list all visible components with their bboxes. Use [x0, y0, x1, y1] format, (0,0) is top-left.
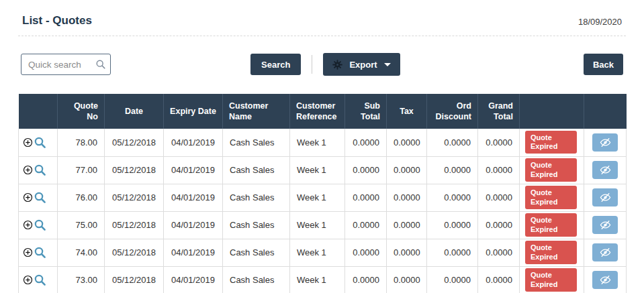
export-button-label: Export [349, 60, 377, 70]
date-cell: 05/12/2018 [105, 129, 164, 156]
date-cell: 05/12/2018 [105, 239, 164, 266]
status-badge: Quote Expired [525, 131, 577, 154]
magnifier-icon[interactable] [34, 246, 46, 259]
circle-plus-icon[interactable] [23, 220, 33, 230]
tax-cell: 0.0000 [387, 211, 427, 239]
status-cell: Quote Expired [520, 184, 584, 211]
tax-cell: 0.0000 [387, 239, 427, 266]
column-header: Ord Discount [427, 94, 478, 129]
table-row: 78.00 05/12/2018 04/01/2019 Cash Sales W… [19, 129, 627, 156]
toolbar-actions: Search [250, 53, 400, 76]
column-header: Sub Total [345, 94, 387, 129]
circle-plus-icon[interactable] [23, 275, 33, 285]
table-body: 78.00 05/12/2018 04/01/2019 Cash Sales W… [19, 129, 627, 293]
view-cell [584, 129, 627, 156]
tax-cell: 0.0000 [387, 129, 427, 156]
sub-total-cell: 0.0000 [345, 184, 387, 211]
ord-discount-cell: 0.0000 [427, 156, 478, 184]
grand-total-cell: 0.0000 [478, 156, 520, 184]
ord-discount-cell: 0.0000 [427, 211, 478, 239]
view-button[interactable] [592, 188, 618, 207]
circle-plus-icon[interactable] [23, 137, 33, 148]
view-button[interactable] [592, 271, 618, 289]
date-cell: 05/12/2018 [105, 184, 164, 211]
search-input[interactable] [21, 54, 111, 75]
column-header [584, 94, 627, 129]
quote-no-cell: 76.00 [58, 184, 105, 211]
expiry-date-cell: 04/01/2019 [164, 211, 223, 239]
status-badge: Quote Expired [525, 158, 577, 181]
quotes-list-page: List - Quotes 18/09/2020 Search [0, 0, 644, 293]
tax-cell: 0.0000 [387, 266, 427, 293]
customer-name-cell: Cash Sales [223, 156, 290, 184]
view-cell [584, 211, 627, 239]
tax-cell: 0.0000 [387, 184, 427, 211]
view-button[interactable] [592, 243, 618, 261]
quick-search [21, 54, 111, 75]
ord-discount-cell: 0.0000 [427, 184, 478, 211]
page-title: List - Quotes [22, 14, 92, 27]
magnifier-icon[interactable] [34, 274, 46, 286]
customer-reference-cell: Week 1 [290, 211, 345, 239]
circle-plus-icon[interactable] [23, 165, 33, 175]
table-row: 73.00 05/12/2018 04/01/2019 Cash Sales W… [19, 266, 627, 293]
circle-plus-icon[interactable] [23, 247, 33, 257]
ord-discount-cell: 0.0000 [427, 239, 478, 266]
view-button[interactable] [592, 133, 618, 152]
status-cell: Quote Expired [520, 156, 584, 184]
customer-reference-cell: Week 1 [290, 184, 345, 211]
status-cell: Quote Expired [520, 266, 584, 293]
back-button[interactable]: Back [584, 54, 623, 75]
status-cell: Quote Expired [520, 211, 584, 239]
magnifier-icon[interactable] [34, 191, 46, 204]
view-button[interactable] [592, 161, 618, 179]
grand-total-cell: 0.0000 [478, 266, 520, 293]
page-date: 18/09/2020 [578, 17, 622, 27]
column-header [520, 94, 584, 129]
view-cell [584, 184, 627, 211]
row-actions-cell [19, 156, 58, 184]
customer-reference-cell: Week 1 [290, 266, 345, 293]
date-cell: 05/12/2018 [105, 156, 164, 184]
status-cell: Quote Expired [520, 129, 584, 156]
column-header: Tax [387, 94, 427, 129]
quote-no-cell: 75.00 [58, 211, 105, 239]
grand-total-cell: 0.0000 [478, 129, 520, 156]
magnifier-icon[interactable] [34, 219, 46, 231]
column-header [19, 94, 58, 129]
sub-total-cell: 0.0000 [345, 156, 387, 184]
customer-reference-cell: Week 1 [290, 129, 345, 156]
view-button[interactable] [592, 216, 618, 234]
table-row: 76.00 05/12/2018 04/01/2019 Cash Sales W… [19, 184, 627, 211]
row-actions-cell [19, 266, 58, 293]
column-header: Quote No [58, 94, 105, 129]
view-cell [584, 266, 627, 293]
column-header: Customer Reference [290, 94, 345, 129]
sub-total-cell: 0.0000 [345, 239, 387, 266]
column-header: Grand Total [478, 94, 520, 129]
column-header: Date [105, 94, 164, 129]
status-badge: Quote Expired [525, 186, 577, 209]
eye-slash-icon [600, 219, 611, 231]
magnifier-icon[interactable] [34, 136, 46, 149]
customer-reference-cell: Week 1 [290, 239, 345, 266]
export-button[interactable]: Export [323, 53, 400, 76]
tax-cell: 0.0000 [387, 156, 427, 184]
table-header-row: Quote NoDateExpiry DateCustomer NameCust… [19, 94, 627, 129]
column-header: Customer Name [223, 94, 290, 129]
magnifier-icon[interactable] [34, 164, 46, 176]
customer-name-cell: Cash Sales [223, 239, 290, 266]
circle-plus-icon[interactable] [23, 192, 33, 202]
column-header: Expiry Date [164, 94, 223, 129]
grand-total-cell: 0.0000 [478, 239, 520, 266]
eye-slash-icon [600, 247, 611, 258]
page-header: List - Quotes 18/09/2020 [18, 0, 626, 36]
eye-slash-icon [600, 137, 611, 148]
expiry-date-cell: 04/01/2019 [164, 239, 223, 266]
gear-icon [332, 60, 342, 70]
expiry-date-cell: 04/01/2019 [164, 156, 223, 184]
expiry-date-cell: 04/01/2019 [164, 184, 223, 211]
search-button[interactable]: Search [250, 54, 301, 75]
row-actions-cell [19, 129, 58, 156]
chevron-down-icon [384, 63, 391, 66]
